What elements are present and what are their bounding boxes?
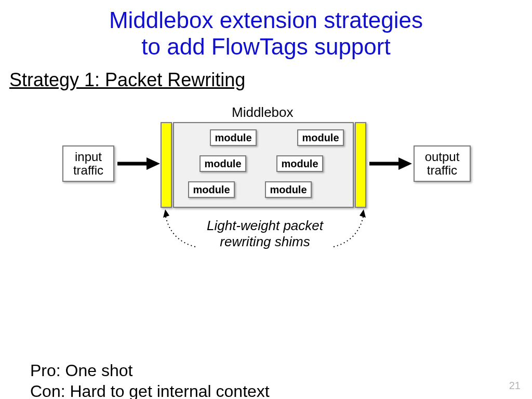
slide-title: Middlebox extension strategies to add Fl… bbox=[0, 0, 532, 60]
module-box: module bbox=[265, 181, 312, 198]
strategy-heading: Strategy 1: Packet Rewriting bbox=[0, 60, 532, 91]
arrow-output bbox=[367, 154, 414, 173]
module-box: module bbox=[276, 155, 323, 172]
pro-line: Pro: One shot bbox=[30, 360, 532, 381]
svg-marker-3 bbox=[398, 157, 412, 170]
con-line: Con: Hard to get internal context bbox=[30, 381, 532, 399]
pro-con-block: Pro: One shot Con: Hard to get internal … bbox=[0, 360, 532, 399]
left-shim bbox=[161, 122, 172, 208]
module-box: module bbox=[210, 129, 257, 146]
output-traffic-box: output traffic bbox=[414, 145, 471, 182]
svg-marker-5 bbox=[360, 209, 366, 218]
module-box: module bbox=[188, 181, 235, 198]
arrow-input bbox=[115, 154, 162, 173]
middlebox-label: Middlebox bbox=[232, 104, 294, 121]
page-number: 21 bbox=[509, 380, 521, 392]
shim-caption-line-2: rewriting shims bbox=[220, 234, 310, 249]
input-traffic-box: input traffic bbox=[62, 145, 114, 182]
right-shim bbox=[355, 122, 366, 208]
title-line-2: to add FlowTags support bbox=[141, 34, 390, 59]
module-box: module bbox=[200, 155, 246, 172]
module-box: module bbox=[297, 129, 344, 146]
svg-marker-4 bbox=[163, 209, 169, 218]
svg-marker-1 bbox=[147, 157, 160, 170]
diagram-area: input traffic Middlebox module module mo… bbox=[0, 91, 532, 257]
shim-caption: Light-weight packet rewriting shims bbox=[197, 218, 332, 250]
title-line-1: Middlebox extension strategies bbox=[109, 7, 423, 33]
shim-caption-line-1: Light-weight packet bbox=[207, 218, 323, 233]
